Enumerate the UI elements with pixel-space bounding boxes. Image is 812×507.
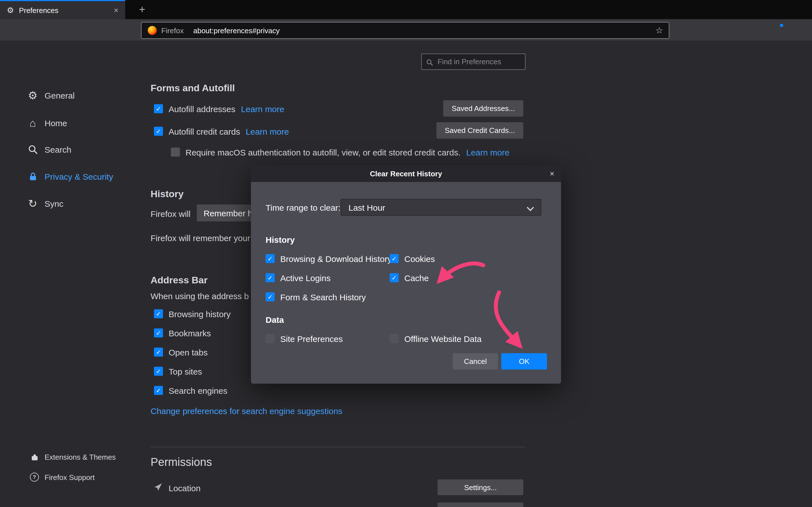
sidebar-item-extensions-themes[interactable]: Extensions & Themes <box>25 451 116 463</box>
ok-button[interactable]: OK <box>501 353 547 370</box>
site-preferences-checkbox[interactable] <box>266 334 274 343</box>
location-icon <box>154 483 162 494</box>
sidebar-item-search[interactable]: Search <box>22 141 71 158</box>
sidebar-item-privacy-security[interactable]: Privacy & Security <box>22 168 113 185</box>
cookies-label: Cookies <box>404 254 435 263</box>
active-logins-checkbox[interactable] <box>266 273 274 282</box>
time-range-value: Last Hour <box>349 203 385 212</box>
cookies-row: Cookies <box>390 253 435 264</box>
sidebar-item-label: Privacy & Security <box>45 172 113 181</box>
location-label: Location <box>168 483 200 493</box>
form-search-history-checkbox[interactable] <box>266 292 274 301</box>
search-engines-checkbox[interactable] <box>154 386 163 395</box>
address-bar-heading: Address Bar <box>151 275 207 286</box>
autofill-addresses-checkbox[interactable] <box>154 104 163 113</box>
sidebar-item-label: General <box>45 91 75 100</box>
home-icon: ⌂ <box>26 117 40 128</box>
cookies-checkbox[interactable] <box>390 254 399 263</box>
sidebar-item-label: Search <box>45 145 71 154</box>
autofill-credit-cards-label: Autofill credit cards <box>168 126 240 136</box>
dialog-data-heading: Data <box>266 315 284 325</box>
form-search-history-row: Form & Search History <box>266 292 366 302</box>
clear-recent-history-dialog: Clear Recent History × Time range to cle… <box>251 165 561 384</box>
dialog-title: Clear Recent History <box>370 169 442 178</box>
active-logins-row: Active Logins <box>266 273 331 283</box>
time-range-select[interactable]: Last Hour <box>341 199 541 216</box>
autofill-addresses-learn-more-link[interactable]: Learn more <box>241 104 284 114</box>
location-settings-button[interactable]: Settings... <box>438 480 523 495</box>
puzzle-icon <box>29 453 40 461</box>
cache-checkbox[interactable] <box>390 273 399 282</box>
top-sites-label: Top sites <box>168 367 202 376</box>
url-brand-label: Firefox <box>161 26 184 35</box>
browsing-history-label: Browsing history <box>168 309 231 319</box>
cancel-button[interactable]: Cancel <box>453 353 498 370</box>
offline-website-data-checkbox[interactable] <box>390 334 399 343</box>
site-preferences-label: Site Preferences <box>280 334 343 343</box>
autofill-credit-cards-checkbox[interactable] <box>154 127 163 136</box>
gear-icon: ⚙ <box>7 6 14 14</box>
tab-title: Preferences <box>19 6 114 14</box>
new-tab-button[interactable]: + <box>134 0 150 19</box>
form-search-history-label: Form & Search History <box>280 292 366 302</box>
search-engines-label: Search engines <box>168 386 227 395</box>
dialog-close-icon[interactable]: × <box>550 165 554 182</box>
sidebar-item-firefox-support[interactable]: ? Firefox Support <box>25 471 95 483</box>
saved-credit-cards-button[interactable]: Saved Credit Cards... <box>436 122 523 138</box>
search-engines-row: Search engines <box>154 385 227 395</box>
open-tabs-label: Open tabs <box>168 347 207 357</box>
browsing-download-history-checkbox[interactable] <box>266 254 274 263</box>
bookmarks-row: Bookmarks <box>154 328 211 338</box>
question-icon: ? <box>29 473 40 482</box>
site-preferences-row: Site Preferences <box>266 334 343 344</box>
sync-icon: ↻ <box>26 198 40 209</box>
find-in-preferences <box>421 54 525 70</box>
history-heading: History <box>151 189 184 200</box>
dialog-history-heading: History <box>266 235 295 244</box>
tab-close-icon[interactable]: × <box>114 6 118 15</box>
sidebar-item-home[interactable]: ⌂ Home <box>22 114 67 131</box>
require-macos-auth-checkbox[interactable] <box>171 148 180 157</box>
open-tabs-row: Open tabs <box>154 347 207 357</box>
history-mode-value: Remember h <box>204 208 252 218</box>
url-text: about:preferences#privacy <box>193 26 280 35</box>
sidebar-item-label: Firefox Support <box>45 473 95 482</box>
partial-settings-button[interactable] <box>438 503 523 507</box>
search-icon <box>26 145 40 154</box>
bookmarks-label: Bookmarks <box>168 328 211 338</box>
open-tabs-checkbox[interactable] <box>154 348 163 356</box>
sidebar-item-general[interactable]: ⚙ General <box>22 87 75 104</box>
offline-website-data-label: Offline Website Data <box>404 334 481 343</box>
search-suggestions-preferences-link[interactable]: Change preferences for search engine sug… <box>151 406 342 416</box>
bookmarks-checkbox[interactable] <box>154 328 163 337</box>
browsing-download-history-label: Browsing & Download History <box>280 254 392 263</box>
offline-website-data-row: Offline Website Data <box>390 334 481 344</box>
cache-row: Cache <box>390 273 429 283</box>
top-sites-checkbox[interactable] <box>154 367 163 376</box>
dialog-header: Clear Recent History × <box>251 165 561 182</box>
sidebar-item-sync[interactable]: ↻ Sync <box>22 195 63 212</box>
browsing-download-history-row: Browsing & Download History <box>266 253 392 264</box>
history-description: Firefox will remember your <box>151 233 250 243</box>
url-bar[interactable]: Firefox about:preferences#privacy ☆ <box>141 22 669 39</box>
require-macos-auth-row: Require macOS authentication to autofill… <box>171 147 509 157</box>
firefox-window: ⚙ Preferences × + ← → ↻ ⌂ Firefox about:… <box>0 0 812 507</box>
autofill-addresses-row: Autofill addresses Learn more <box>154 104 284 114</box>
top-sites-row: Top sites <box>154 366 202 376</box>
sidebar-item-label: Home <box>45 118 67 128</box>
browsing-history-row: Browsing history <box>154 309 231 319</box>
firefox-logo-icon <box>148 26 157 35</box>
browsing-history-checkbox[interactable] <box>154 309 163 318</box>
tab-preferences[interactable]: ⚙ Preferences × <box>0 0 125 19</box>
autofill-credit-cards-learn-more-link[interactable]: Learn more <box>246 126 289 136</box>
tab-bar: ⚙ Preferences × + <box>0 0 812 19</box>
autofill-addresses-label: Autofill addresses <box>168 104 236 114</box>
require-macos-auth-learn-more-link[interactable]: Learn more <box>466 147 509 157</box>
bookmark-star-icon[interactable]: ☆ <box>656 25 663 36</box>
gear-icon: ⚙ <box>26 90 40 101</box>
saved-addresses-button[interactable]: Saved Addresses... <box>443 100 523 117</box>
account-notification-dot <box>780 24 783 27</box>
require-macos-auth-label: Require macOS authentication to autofill… <box>186 147 461 157</box>
find-preferences-input[interactable] <box>421 54 525 70</box>
sidebar-item-label: Extensions & Themes <box>45 453 116 461</box>
